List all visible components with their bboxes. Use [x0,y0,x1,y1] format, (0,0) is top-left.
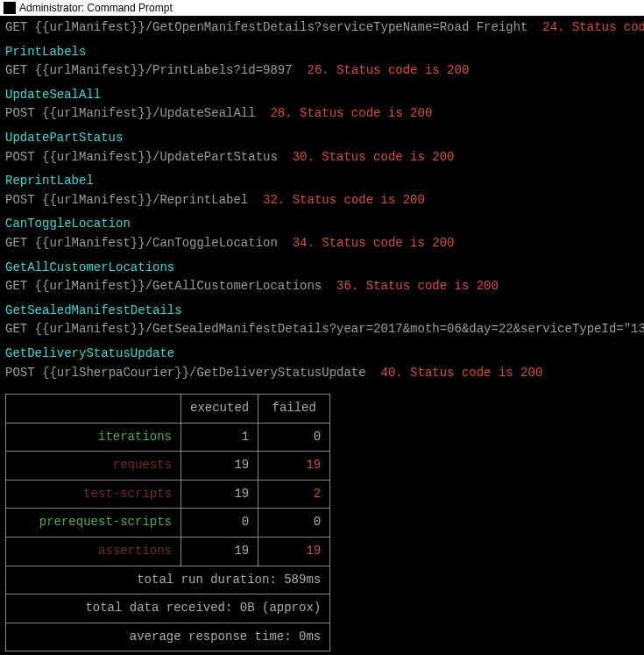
request-line: GET {{urlManifest}}/CanToggleLocation 34… [5,235,639,253]
row-failed: 0 [258,423,330,452]
status-text: 26. Status code is 200 [293,63,470,77]
console-output: GET {{urlManifest}}/GetOpenManifestDetai… [0,16,644,655]
status-text: 28. Status code is 200 [256,106,433,120]
row-label: assertions [6,538,181,566]
status-text: 40. Status code is 200 [366,366,543,380]
table-row: test-scripts192 [6,480,330,509]
status-text: 32. Status code is 200 [248,193,425,207]
request-url: {{urlManifest}}/ReprintLabel [42,193,248,207]
http-method: GET [5,236,35,250]
cmd-icon [4,2,16,14]
request-url: {{urlManifest}}/GetAllCustomerLocations [35,279,322,293]
request-name: PrintLabels [5,44,639,61]
footer-text: average response time: 0ms [6,623,330,651]
request-line: POST {{urlManifest}}/ReprintLabel 32. St… [5,192,639,210]
request-line: POST {{urlManifest}}/UpdatePartStatus 30… [5,149,639,167]
row-label: iterations [6,423,181,452]
request-name: GetSealedManifestDetails [5,303,639,320]
request-url: {{urlManifest}}/UpdateSealAll [42,106,256,120]
table-row: prerequest-scripts00 [6,509,330,538]
request-line: GET {{urlManifest}}/PrintLabels?id=9897 … [5,62,639,80]
table-row: assertions1919 [6,538,330,566]
request-name: UpdatePartStatus [5,130,639,147]
row-label: requests [6,452,181,481]
row-executed: 19 [181,480,258,509]
request-url: {{urlSherpaCourier}}/GetDeliveryStatusUp… [42,366,366,380]
row-failed: 2 [258,480,330,509]
row-label: test-scripts [6,480,181,509]
http-method: GET [5,20,35,34]
request-name: UpdateSealAll [5,87,639,104]
request-url: {{urlManifest}}/UpdatePartStatus [42,150,278,164]
footer-text: total data received: 0B (approx) [6,594,330,623]
request-name: ReprintLabel [5,173,639,190]
request-name: CanToggleLocation [5,216,639,233]
http-method: GET [5,322,35,336]
title-bar[interactable]: Administrator: Command Prompt [0,0,644,16]
request-url: {{urlManifest}}/GetOpenManifestDetails?s… [35,20,528,34]
table-footer-row: total data received: 0B (approx) [6,594,330,623]
row-executed: 19 [181,538,258,566]
row-executed: 0 [181,509,258,538]
status-text: 24. Status code is [528,20,644,34]
request-line: GET {{urlManifest}}/GetSealedManifestDet… [5,321,639,338]
header-executed: executed [181,395,258,424]
request-line: GET {{urlManifest}}/GetOpenManifestDetai… [5,19,639,37]
request-name: GetAllCustomerLocations [5,260,639,277]
status-text: 34. Status code is 200 [278,236,455,250]
http-method: POST [5,150,42,164]
row-failed: 19 [258,452,330,481]
table-footer-row: average response time: 0ms [6,623,330,651]
request-line: GET {{urlManifest}}/GetAllCustomerLocati… [5,278,639,295]
row-executed: 1 [181,423,258,452]
http-method: POST [5,366,42,380]
status-text: 36. Status code is 200 [322,279,499,293]
summary-table: executed failed iterations10requests1919… [5,394,330,651]
http-method: GET [5,279,35,293]
request-url: {{urlManifest}}/CanToggleLocation [35,236,278,250]
table-header-row: executed failed [6,395,330,424]
request-line: POST {{urlManifest}}/UpdateSealAll 28. S… [5,105,639,123]
header-blank [6,395,181,424]
table-row: requests1919 [6,452,330,481]
request-url: {{urlManifest}}/GetSealedManifestDetails… [35,322,644,336]
row-failed: 19 [258,538,330,566]
request-line: POST {{urlSherpaCourier}}/GetDeliverySta… [5,365,639,382]
http-method: POST [5,106,42,120]
header-failed: failed [258,395,330,424]
footer-text: total run duration: 589ms [6,566,330,594]
table-footer-row: total run duration: 589ms [6,566,330,594]
table-row: iterations10 [6,423,330,452]
request-url: {{urlManifest}}/PrintLabels?id=9897 [35,63,293,77]
window-title: Administrator: Command Prompt [19,2,173,14]
row-label: prerequest-scripts [6,509,181,538]
http-method: POST [5,193,42,207]
row-failed: 0 [258,509,330,538]
http-method: GET [5,63,35,77]
status-text: 30. Status code is 200 [278,150,455,164]
row-executed: 19 [181,452,258,481]
request-name: GetDeliveryStatusUpdate [5,345,639,363]
